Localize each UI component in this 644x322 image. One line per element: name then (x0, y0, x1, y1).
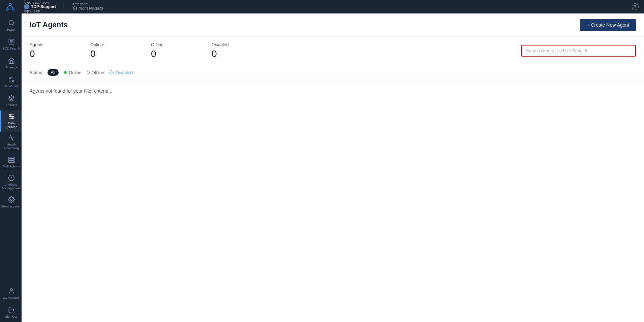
sidebar-item-bulk-actions[interactable]: Bulk Actions (0, 153, 22, 172)
filter-online[interactable]: Online (64, 70, 82, 75)
sidebar-item-health-monitoring[interactable]: Health Monitoring (0, 132, 22, 153)
sidebar-item-artifacts[interactable]: Artifacts (0, 92, 22, 110)
sidebar-item-my-account[interactable]: My Account (0, 284, 22, 303)
stat-agents: Agents 0 (30, 42, 90, 59)
offline-value: 0 (151, 49, 212, 59)
svg-point-6 (9, 21, 13, 25)
filter-all-label: All (51, 70, 55, 75)
filter-row: Status All Online Offline Disable (22, 65, 644, 80)
filter-disabled[interactable]: Disabled (110, 70, 133, 75)
divider (64, 3, 64, 11)
svg-point-13 (12, 80, 14, 82)
svg-point-19 (11, 116, 12, 117)
svg-marker-14 (8, 96, 14, 98)
sidebar-item-search-label: Search (6, 28, 16, 31)
sidebar-item-projects[interactable]: Projects (0, 54, 22, 73)
sidebar: Search SQL Search Projects Pipelines (0, 13, 22, 322)
sidebar-item-sign-out[interactable]: Sign Out (0, 303, 22, 322)
filter-options: All Online Offline Disabled (48, 69, 133, 76)
sidebar-item-admin-label: Administration (1, 204, 21, 208)
svg-point-27 (10, 199, 12, 200)
sidebar-item-signout-label: Sign Out (5, 315, 18, 318)
app-logo[interactable] (5, 2, 15, 11)
svg-rect-22 (8, 159, 14, 160)
filter-offline-label: Offline (92, 70, 104, 75)
filter-disabled-label: Disabled (116, 70, 133, 75)
org-label: ORGANIZATION (24, 1, 56, 4)
sidebar-item-pipelines[interactable]: Pipelines (0, 73, 22, 92)
empty-state-message: Agents not found for your filter criteri… (30, 88, 112, 94)
svg-point-28 (10, 289, 12, 291)
top-bar: ORGANIZATION TDP-Support tdpsupport PROJ… (0, 0, 644, 13)
sidebar-item-health-label: Health Monitoring (2, 142, 20, 150)
search-input[interactable] (521, 45, 636, 57)
stat-online: Online 0 (90, 42, 151, 59)
org-sub: tdpsupport (24, 9, 56, 13)
online-value: 0 (90, 49, 151, 59)
svg-point-0 (9, 3, 11, 6)
page-header: IoT Agents + Create New Agent (22, 13, 644, 37)
filter-all[interactable]: All (48, 69, 59, 76)
page-title: IoT Agents (30, 21, 68, 29)
sidebar-item-data-sources[interactable]: Data Sources (0, 110, 22, 132)
offline-label: Offline (151, 42, 212, 47)
disabled-value: 0 (212, 49, 272, 59)
svg-point-12 (9, 77, 10, 79)
status-filter-label: Status (30, 70, 42, 75)
sidebar-item-account-label: My Account (3, 296, 20, 299)
agents-value: 0 (30, 49, 90, 59)
svg-rect-23 (8, 161, 14, 162)
online-dot-icon (64, 71, 67, 74)
svg-line-3 (7, 6, 10, 8)
sidebar-item-administration[interactable]: Administration (0, 193, 22, 212)
sidebar-item-artifacts-label: Artifacts (5, 103, 17, 107)
sidebar-item-data-sources-label: Data Sources (2, 121, 20, 129)
svg-line-7 (12, 24, 14, 26)
filter-online-label: Online (69, 70, 82, 75)
sidebar-item-pipelines-label: Pipelines (5, 84, 18, 88)
sidebar-bottom: My Account Sign Out (0, 284, 22, 322)
sidebar-item-projects-label: Projects (5, 65, 17, 69)
sidebar-item-attribute-management[interactable]: Attribute Management (0, 172, 22, 193)
sidebar-item-search[interactable]: Search (0, 16, 22, 35)
project-name[interactable]: (not selected) (72, 6, 103, 11)
search-container (521, 45, 636, 57)
disabled-label: Disabled (212, 42, 272, 47)
agents-label: Agents (30, 42, 90, 47)
project-label: PROJECT (72, 3, 103, 6)
sidebar-item-sql-search[interactable]: SQL Search (0, 35, 22, 54)
filter-offline[interactable]: Offline (87, 70, 104, 75)
org-name: TDP-Support (24, 4, 56, 9)
help-icon[interactable]: ? (632, 3, 639, 10)
create-new-agent-button[interactable]: + Create New Agent (580, 19, 636, 31)
svg-point-18 (9, 114, 10, 115)
svg-rect-21 (8, 157, 14, 158)
online-label: Online (90, 42, 151, 47)
sidebar-item-attribute-label: Attribute Management (2, 183, 21, 190)
offline-dot-icon (87, 71, 90, 74)
svg-point-20 (12, 118, 13, 119)
stat-disabled: Disabled 0 (212, 42, 272, 59)
stat-offline: Offline 0 (151, 42, 212, 59)
stats-row: Agents 0 Online 0 Offline 0 Disabled 0 (22, 37, 644, 65)
sidebar-item-bulk-label: Bulk Actions (3, 164, 20, 168)
sidebar-item-sql-label: SQL Search (3, 46, 20, 50)
svg-line-4 (10, 6, 13, 8)
content-area: IoT Agents + Create New Agent Agents 0 O… (22, 13, 644, 322)
top-bar-right: ? (632, 3, 639, 10)
empty-state: Agents not found for your filter criteri… (22, 80, 644, 102)
